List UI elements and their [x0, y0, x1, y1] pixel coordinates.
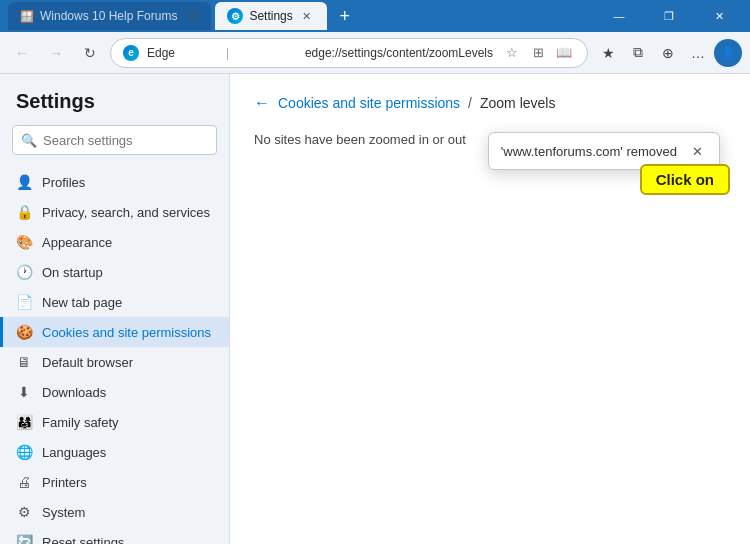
- tab-strip: 🪟 Windows 10 Help Forums ✕ ⚙ Settings ✕ …: [8, 2, 359, 30]
- default-browser-icon: 🖥: [16, 354, 32, 370]
- sidebar-item-newtab[interactable]: 📄 New tab page: [0, 287, 229, 317]
- share-icon[interactable]: ⊕: [654, 39, 682, 67]
- appearance-icon: 🎨: [16, 234, 32, 250]
- tab-windows-forums[interactable]: 🪟 Windows 10 Help Forums ✕: [8, 2, 211, 30]
- forward-button[interactable]: →: [42, 39, 70, 67]
- search-icon: 🔍: [21, 133, 37, 148]
- settings-more-icon[interactable]: …: [684, 39, 712, 67]
- sidebar-item-default-browser[interactable]: 🖥 Default browser: [0, 347, 229, 377]
- refresh-button[interactable]: ↻: [76, 39, 104, 67]
- cookies-icon: 🍪: [16, 324, 32, 340]
- title-bar: 🪟 Windows 10 Help Forums ✕ ⚙ Settings ✕ …: [0, 0, 750, 32]
- restore-button[interactable]: ❐: [646, 0, 692, 32]
- sidebar-item-family-label: Family safety: [42, 415, 119, 430]
- address-action-icons: ☆ ⊞ 📖: [501, 42, 575, 64]
- favorites-icon[interactable]: ☆: [501, 42, 523, 64]
- tab-windows-forums-label: Windows 10 Help Forums: [40, 9, 177, 23]
- breadcrumb-current: Zoom levels: [480, 95, 555, 111]
- address-bar: ← → ↻ e Edge | edge://settings/content/z…: [0, 32, 750, 74]
- sidebar-item-printers[interactable]: 🖨 Printers: [0, 467, 229, 497]
- printers-icon: 🖨: [16, 474, 32, 490]
- sidebar: Settings 🔍 👤 Profiles 🔒 Privacy, search,…: [0, 74, 230, 544]
- reading-icon[interactable]: 📖: [553, 42, 575, 64]
- tooltip-close-button[interactable]: ✕: [687, 141, 707, 161]
- breadcrumb-link[interactable]: Cookies and site permissions: [278, 95, 460, 111]
- back-button[interactable]: ←: [8, 39, 36, 67]
- sidebar-item-startup-label: On startup: [42, 265, 103, 280]
- sidebar-item-system[interactable]: ⚙ System: [0, 497, 229, 527]
- newtab-icon: 📄: [16, 294, 32, 310]
- sidebar-item-reset[interactable]: 🔄 Reset settings: [0, 527, 229, 544]
- address-url: edge://settings/content/zoomLevels: [305, 46, 493, 60]
- sidebar-item-cookies[interactable]: 🍪 Cookies and site permissions: [0, 317, 229, 347]
- sidebar-item-default-browser-label: Default browser: [42, 355, 133, 370]
- search-input[interactable]: [43, 133, 211, 148]
- reset-icon: 🔄: [16, 534, 32, 544]
- window-controls: — ❐ ✕: [596, 0, 742, 32]
- collections-toolbar-icon[interactable]: ⧉: [624, 39, 652, 67]
- sidebar-item-cookies-label: Cookies and site permissions: [42, 325, 211, 340]
- new-tab-button[interactable]: +: [331, 2, 359, 30]
- tab-settings-label: Settings: [249, 9, 292, 23]
- collections-icon[interactable]: ⊞: [527, 42, 549, 64]
- profiles-icon: 👤: [16, 174, 32, 190]
- sidebar-item-startup[interactable]: 🕐 On startup: [0, 257, 229, 287]
- tab-settings[interactable]: ⚙ Settings ✕: [215, 2, 326, 30]
- downloads-icon: ⬇: [16, 384, 32, 400]
- family-icon: 👨‍👩‍👧: [16, 414, 32, 430]
- page-content: ← Cookies and site permissions / Zoom le…: [230, 74, 750, 544]
- tooltip-message: 'www.tenforums.com' removed: [501, 144, 677, 159]
- minimize-button[interactable]: —: [596, 0, 642, 32]
- address-edge-label: Edge: [147, 46, 218, 60]
- tab-settings-close[interactable]: ✕: [299, 8, 315, 24]
- sidebar-item-privacy[interactable]: 🔒 Privacy, search, and services: [0, 197, 229, 227]
- sidebar-item-family[interactable]: 👨‍👩‍👧 Family safety: [0, 407, 229, 437]
- sidebar-item-printers-label: Printers: [42, 475, 87, 490]
- tab-inactive-close[interactable]: ✕: [183, 8, 199, 24]
- startup-icon: 🕐: [16, 264, 32, 280]
- close-button[interactable]: ✕: [696, 0, 742, 32]
- breadcrumb: ← Cookies and site permissions / Zoom le…: [254, 94, 726, 112]
- sidebar-item-languages-label: Languages: [42, 445, 106, 460]
- sidebar-item-profiles[interactable]: 👤 Profiles: [0, 167, 229, 197]
- sidebar-item-downloads[interactable]: ⬇ Downloads: [0, 377, 229, 407]
- address-bar-input[interactable]: e Edge | edge://settings/content/zoomLev…: [110, 38, 588, 68]
- profile-button[interactable]: 👤: [714, 39, 742, 67]
- sidebar-item-profiles-label: Profiles: [42, 175, 85, 190]
- address-separator: |: [226, 46, 297, 60]
- sidebar-item-languages[interactable]: 🌐 Languages: [0, 437, 229, 467]
- sidebar-item-privacy-label: Privacy, search, and services: [42, 205, 210, 220]
- favorites-toolbar-icon[interactable]: ★: [594, 39, 622, 67]
- breadcrumb-separator: /: [468, 95, 472, 111]
- sidebar-item-downloads-label: Downloads: [42, 385, 106, 400]
- sidebar-item-system-label: System: [42, 505, 85, 520]
- privacy-icon: 🔒: [16, 204, 32, 220]
- main-content: Settings 🔍 👤 Profiles 🔒 Privacy, search,…: [0, 74, 750, 544]
- sidebar-item-reset-label: Reset settings: [42, 535, 124, 545]
- click-on-label: Click on: [640, 164, 730, 195]
- address-edge-icon: e: [123, 45, 139, 61]
- languages-icon: 🌐: [16, 444, 32, 460]
- search-box[interactable]: 🔍: [12, 125, 217, 155]
- system-icon: ⚙: [16, 504, 32, 520]
- breadcrumb-back-button[interactable]: ←: [254, 94, 270, 112]
- sidebar-title: Settings: [0, 90, 229, 125]
- sidebar-item-appearance-label: Appearance: [42, 235, 112, 250]
- toolbar-icons: ★ ⧉ ⊕ … 👤: [594, 39, 742, 67]
- edge-favicon: ⚙: [227, 8, 243, 24]
- sidebar-item-newtab-label: New tab page: [42, 295, 122, 310]
- sidebar-item-appearance[interactable]: 🎨 Appearance: [0, 227, 229, 257]
